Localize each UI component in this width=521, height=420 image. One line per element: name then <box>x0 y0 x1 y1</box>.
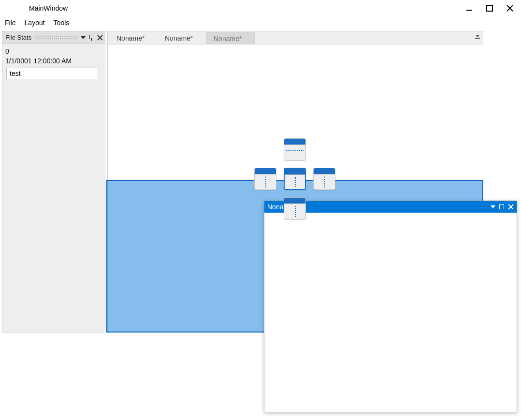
sidebar-input[interactable] <box>6 68 98 79</box>
floating-window[interactable]: Noname* <box>264 201 517 412</box>
float-close-button[interactable] <box>508 204 514 210</box>
float-menu-button[interactable] <box>491 205 495 208</box>
sidebar-title: File Stats <box>5 34 31 41</box>
svg-rect-1 <box>487 5 492 11</box>
window-title: MainWindow <box>29 4 68 12</box>
menu-bar: File Layout Tools <box>0 16 521 29</box>
close-icon[interactable] <box>97 35 103 41</box>
close-button[interactable] <box>506 4 514 13</box>
tab-overflow-button[interactable] <box>475 35 480 39</box>
menu-tools[interactable]: Tools <box>54 19 70 27</box>
floating-window-header[interactable]: Noname* <box>264 201 517 213</box>
stat-timestamp: 1/1/0001 12:00:00 AM <box>4 57 103 66</box>
sidebar-header[interactable]: File Stats <box>2 31 105 44</box>
tab-item[interactable]: Noname* <box>110 32 158 44</box>
menu-file[interactable]: File <box>5 19 16 27</box>
tab-item-active[interactable]: Noname* <box>206 32 255 44</box>
sidebar-panel: File Stats 0 1/1/0001 12:00:00 AM <box>2 31 105 333</box>
grip-icon <box>34 35 78 40</box>
floating-window-title: Noname* <box>267 203 491 211</box>
pin-icon[interactable] <box>88 35 94 41</box>
menu-layout[interactable]: Layout <box>25 19 45 27</box>
tab-strip: Noname* Noname* Noname* <box>108 31 483 44</box>
maximize-button[interactable] <box>485 4 494 13</box>
panel-menu-button[interactable] <box>81 36 86 39</box>
window-controls <box>465 4 514 13</box>
floating-window-body[interactable] <box>264 213 517 412</box>
float-maximize-button[interactable] <box>499 204 504 209</box>
sidebar-content: 0 1/1/0001 12:00:00 AM <box>2 44 105 82</box>
title-bar: MainWindow <box>0 0 521 16</box>
stat-count: 0 <box>4 47 103 57</box>
tab-item[interactable]: Noname* <box>158 32 206 44</box>
minimize-button[interactable] <box>465 4 474 13</box>
